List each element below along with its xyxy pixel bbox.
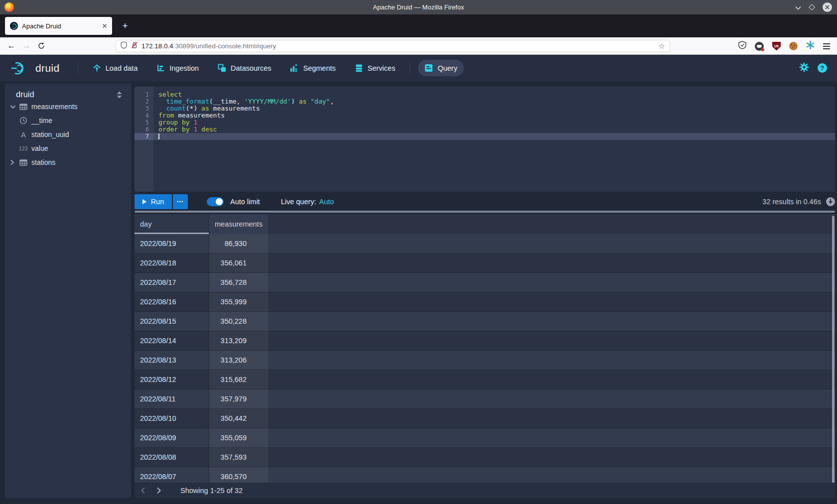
- tree-item-station-uuid[interactable]: A station_uuid: [5, 127, 131, 141]
- url-host: 172.18.0.4: [141, 42, 173, 50]
- cell-measurements[interactable]: 357,593: [209, 448, 269, 467]
- cell-day[interactable]: 2022/08/08: [135, 448, 209, 467]
- vertical-scrollbar[interactable]: [832, 216, 835, 497]
- tree-item-value[interactable]: 123 value: [5, 141, 131, 155]
- tree-item-time[interactable]: __time: [5, 114, 131, 127]
- extension-shield-icon[interactable]: [738, 41, 746, 51]
- cell-day[interactable]: 2022/08/11: [135, 389, 209, 409]
- chevron-down-icon[interactable]: [10, 105, 16, 109]
- tree-label: station_uuid: [31, 130, 69, 138]
- cell-day[interactable]: 2022/08/15: [135, 312, 209, 331]
- cell-measurements[interactable]: 315,682: [209, 370, 269, 389]
- chevron-right-icon[interactable]: [10, 159, 16, 165]
- cell-filler: [269, 253, 835, 273]
- live-query-value[interactable]: Auto: [319, 198, 334, 206]
- column-header-measurements[interactable]: measurements: [209, 214, 269, 234]
- nav-query[interactable]: Query: [418, 60, 464, 76]
- code-line[interactable]: [153, 133, 835, 140]
- results-info: 32 results in 0.46s: [762, 198, 821, 206]
- nav-load-data[interactable]: Load data: [86, 60, 144, 76]
- tab-close-icon[interactable]: [102, 21, 107, 30]
- cell-measurements[interactable]: 313,206: [209, 351, 269, 370]
- line-number: 4: [135, 112, 153, 119]
- extension-asterisk-icon[interactable]: [806, 41, 815, 51]
- editor-gutter: 1234567: [135, 87, 153, 192]
- back-button[interactable]: ←: [4, 39, 19, 52]
- line-number: 6: [135, 126, 153, 133]
- menu-hamburger-icon[interactable]: [823, 43, 830, 49]
- browser-tab[interactable]: Apache Druid: [5, 17, 112, 35]
- column-header-day[interactable]: day: [135, 214, 209, 234]
- run-more-button[interactable]: •••: [173, 194, 188, 209]
- url-bar[interactable]: 172.18.0.4:30899/unified-console.html#qu…: [116, 40, 670, 52]
- play-icon: [142, 199, 146, 204]
- cell-day[interactable]: 2022/08/16: [135, 292, 209, 312]
- cell-day[interactable]: 2022/08/18: [135, 253, 209, 273]
- window-close-icon[interactable]: [823, 2, 832, 12]
- results-table-header: day measurements: [135, 214, 835, 234]
- tracking-shield-icon[interactable]: [121, 41, 127, 51]
- editor-code-area[interactable]: select time_format(__time, 'YYYY/MM/dd')…: [153, 87, 835, 192]
- cell-day[interactable]: 2022/08/07: [135, 467, 209, 483]
- cell-filler: [269, 389, 835, 409]
- cell-day[interactable]: 2022/08/19: [135, 234, 209, 253]
- load-data-icon: [93, 64, 101, 72]
- bookmark-star-icon[interactable]: ☆: [659, 42, 665, 51]
- cell-day[interactable]: 2022/08/17: [135, 273, 209, 292]
- cell-day[interactable]: 2022/08/10: [135, 409, 209, 428]
- code-line[interactable]: order by 1 desc: [153, 126, 835, 133]
- browser-tabbar: Apache Druid +: [0, 14, 837, 37]
- extension-cookie-icon[interactable]: [789, 42, 798, 50]
- table-icon: [18, 103, 28, 111]
- tree-item-measurements[interactable]: measurements: [5, 100, 131, 114]
- cell-day[interactable]: 2022/08/12: [135, 370, 209, 389]
- auto-limit-toggle[interactable]: [207, 197, 224, 206]
- reload-button[interactable]: [34, 39, 49, 52]
- window-maximize-icon[interactable]: [809, 4, 815, 10]
- window-minimize-icon[interactable]: [795, 3, 801, 12]
- cell-measurements[interactable]: 356,728: [209, 273, 269, 292]
- header-divider: [410, 62, 410, 74]
- query-icon: [424, 64, 433, 72]
- druid-logo[interactable]: druid: [10, 61, 60, 76]
- screen: Apache Druid — Mozilla Firefox Apache Dr…: [0, 0, 837, 504]
- cell-filler: [269, 467, 835, 483]
- cell-measurements[interactable]: 360,570: [209, 467, 269, 483]
- code-line[interactable]: time_format(__time, 'YYYY/MM/dd') as "da…: [153, 98, 835, 105]
- nav-ingestion[interactable]: Ingestion: [150, 60, 205, 76]
- tree-label: measurements: [31, 103, 78, 111]
- code-line[interactable]: from measurements: [153, 112, 835, 119]
- tree-item-stations[interactable]: stations: [5, 155, 131, 169]
- cell-measurements[interactable]: 356,061: [209, 253, 269, 273]
- table-row: 2022/08/17356,728: [135, 273, 835, 292]
- cell-measurements[interactable]: 350,442: [209, 409, 269, 428]
- cell-measurements[interactable]: 355,059: [209, 428, 269, 448]
- sql-editor[interactable]: 1234567 select time_format(__time, 'YYYY…: [135, 87, 835, 192]
- cell-measurements[interactable]: 86,930: [209, 234, 269, 253]
- previous-page-icon[interactable]: [136, 483, 150, 498]
- download-icon[interactable]: [826, 197, 835, 206]
- cell-measurements[interactable]: 355,999: [209, 292, 269, 312]
- code-line[interactable]: group by 1: [153, 119, 835, 126]
- extension-ublock-icon[interactable]: U0: [772, 42, 781, 51]
- insecure-lock-icon[interactable]: [131, 41, 138, 51]
- nav-datasources[interactable]: Datasources: [211, 60, 278, 76]
- forward-button[interactable]: →: [19, 39, 34, 52]
- nav-services[interactable]: Services: [348, 60, 402, 76]
- extension-mask-icon[interactable]: [755, 42, 764, 51]
- run-button[interactable]: Run: [135, 194, 172, 209]
- next-page-icon[interactable]: [151, 483, 166, 498]
- resize-handle[interactable]: [135, 211, 835, 213]
- code-line[interactable]: count(*) as measurements: [153, 105, 835, 112]
- cell-day[interactable]: 2022/08/14: [135, 331, 209, 351]
- cell-day[interactable]: 2022/08/09: [135, 428, 209, 448]
- cell-measurements[interactable]: 350,228: [209, 312, 269, 331]
- cell-measurements[interactable]: 357,979: [209, 389, 269, 409]
- cell-measurements[interactable]: 313,209: [209, 331, 269, 351]
- code-line[interactable]: select: [153, 91, 835, 98]
- nav-segments[interactable]: Segments: [283, 60, 342, 76]
- cell-day[interactable]: 2022/08/13: [135, 351, 209, 370]
- help-icon[interactable]: ?: [818, 63, 827, 73]
- settings-gear-icon[interactable]: [799, 62, 809, 74]
- new-tab-button[interactable]: +: [119, 19, 132, 32]
